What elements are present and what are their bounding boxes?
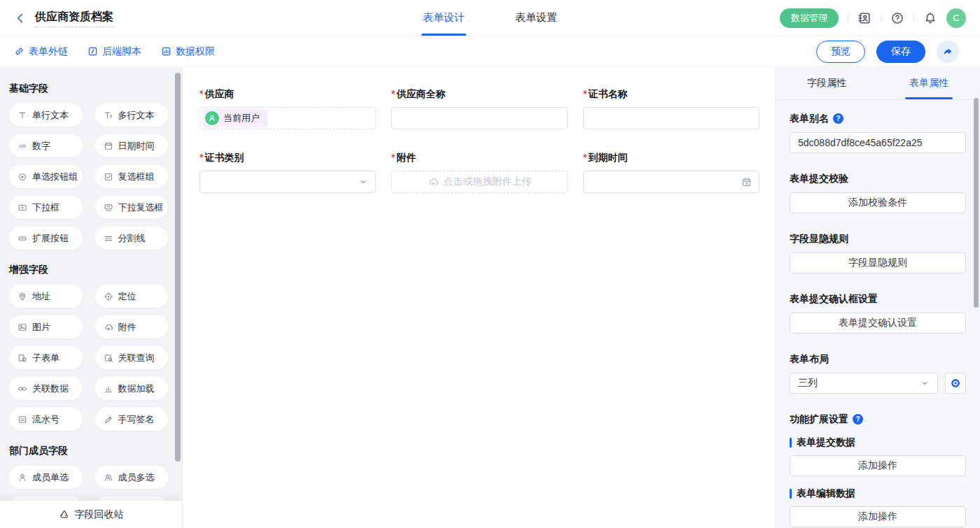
bell-icon[interactable] [923,11,937,25]
multi-text-icon [104,110,113,120]
field-type-pill[interactable]: 定位 [95,285,169,308]
field-type-pill[interactable]: 123数字 [9,134,83,157]
field-type-pill[interactable]: 单选按钮组 [9,165,83,188]
field-type-pill-label: 分割线 [118,232,146,245]
field-type-pill[interactable]: 下拉复选框 [95,196,169,219]
field-type-pill-label: 地址 [32,290,50,303]
canvas-form-field[interactable]: *证书类别 [200,152,376,193]
sidebar-section: 增强字段地址定位图片附件子表单关联查询关联数据数据加载流水号手写签名 [9,264,168,431]
panel-section-title: 表单提交校验 [790,173,966,185]
field-type-pill[interactable]: 关联数据 [9,377,83,400]
panel-tabs: 字段属性 表单属性 [776,67,980,100]
panel-action-button[interactable]: 字段显隐规则 [790,252,966,273]
avatar[interactable]: C [946,8,966,28]
panel-section: 字段显隐规则字段显隐规则 [790,233,966,273]
tab-form-properties[interactable]: 表单属性 [878,67,980,99]
field-type-pill-label: 流水号 [32,413,59,426]
save-button[interactable]: 保存 [876,41,925,63]
field-type-pill-label: 多行文本 [118,109,155,122]
sidebar-section-title: 部门成员字段 [9,445,168,457]
field-type-pill[interactable]: 日期时间 [95,134,169,157]
divider [881,13,881,23]
sub-toolbar: 表单外链 后端脚本 数据权限 预览 保存 [0,36,980,67]
panel-scrollbar[interactable] [974,98,979,308]
help-circle-icon[interactable]: ? [853,414,863,424]
canvas-form-field[interactable]: *附件点击或拖拽附件上传 [391,152,568,193]
field-type-pill[interactable]: 流水号 [9,408,83,431]
field-type-pill[interactable]: 多行文本 [95,104,169,127]
layout-gear-button[interactable] [945,373,966,394]
field-recycle-bin-button[interactable]: 字段回收站 [0,501,182,528]
relation-query-icon [104,353,113,363]
form-alias-input[interactable]: 5dc088d7df8ce45a65f22a25 [790,132,966,153]
calendar-icon [741,177,752,187]
divider [848,13,848,23]
help-circle-icon[interactable]: ? [833,113,844,124]
sidebar-scrollbar[interactable] [175,73,181,462]
panel-section-title: 表单别名? [790,113,966,124]
canvas-form-field[interactable]: *证书名称 [583,88,760,129]
select-field[interactable] [200,171,376,193]
field-type-pill[interactable]: 图片 [9,315,83,338]
attachment-icon [104,322,113,332]
form-external-link-button[interactable]: 表单外链 [14,45,68,58]
data-permission-button[interactable]: 数据权限 [161,45,215,58]
field-type-pill[interactable]: 分割线 [95,227,169,250]
field-type-pill[interactable]: 下拉框 [9,196,83,219]
field-type-pill[interactable]: 单行文本 [9,104,83,127]
relation-data-icon [18,384,27,394]
backend-script-button[interactable]: 后端脚本 [88,45,141,58]
add-operation-button[interactable]: 添加操作 [790,455,966,476]
field-type-pill[interactable]: 手写签名 [95,408,169,431]
page-title[interactable]: 供应商资质档案 [34,9,115,27]
panel-section-title: 表单布局 [790,353,966,365]
date-field[interactable] [583,171,760,193]
form-layout-value: 三列 [798,377,818,390]
text-input-field[interactable] [583,107,760,129]
data-manage-button[interactable]: 数据管理 [780,8,839,28]
header-tabs: 表单设计 表单设置 [423,0,557,36]
sidebar-section: 基础字段单行文本多行文本123数字日期时间单选按钮组复选框组下拉框下拉复选框扩展… [9,83,168,250]
field-type-pill-label: 下拉框 [32,201,59,214]
tab-form-settings[interactable]: 表单设置 [515,0,557,36]
field-type-pill[interactable]: 关联查询 [95,346,169,369]
supplier-field-box[interactable]: 当前用户 [200,107,376,129]
accent-bar [790,489,792,499]
tab-form-design[interactable]: 表单设计 [423,0,465,36]
chevron-down-icon [358,177,368,187]
field-type-pill-label: 单选按钮组 [32,171,78,183]
attachment-upload-area[interactable]: 点击或拖拽附件上传 [391,171,568,193]
canvas-form-field[interactable]: *供应商当前用户 [200,88,376,129]
canvas-form-field[interactable]: *供应商全称 [391,88,568,129]
form-design-canvas: *供应商当前用户*供应商全称*证书名称*证书类别*附件点击或拖拽附件上传*到期时… [183,67,775,528]
contacts-icon[interactable] [858,11,872,25]
field-type-pill[interactable]: 成员多选 [95,466,169,489]
canvas-form-field[interactable]: *到期时间 [583,152,760,193]
panel-action-button[interactable]: 表单提交确认设置 [790,313,966,334]
sidebar-section-title: 增强字段 [9,264,168,276]
current-user-tag[interactable]: 当前用户 [203,109,267,127]
required-asterisk: * [391,88,395,100]
back-icon[interactable] [14,12,27,24]
field-type-pill[interactable]: 复选框组 [95,165,169,188]
add-operation-button[interactable]: 添加操作 [790,506,966,527]
field-type-pill[interactable]: 附件 [95,315,169,338]
panel-section: 表单布局三列 [790,353,966,394]
panel-action-button[interactable]: 添加校验条件 [790,192,966,213]
field-label: *供应商全称 [391,88,568,100]
required-asterisk: * [200,88,203,100]
field-type-pill[interactable]: 地址 [9,285,83,308]
properties-panel: 字段属性 表单属性 表单别名?5dc088d7df8ce45a65f22a25表… [775,67,980,528]
form-layout-select[interactable]: 三列 [790,373,938,394]
field-type-pill[interactable]: 子表单 [9,346,83,369]
field-type-pill-label: 复选框组 [118,171,155,183]
field-type-pill[interactable]: 成员单选 [9,466,83,489]
preview-button[interactable]: 预览 [816,41,865,63]
tab-field-properties[interactable]: 字段属性 [776,67,878,99]
text-input-field[interactable] [391,107,568,129]
help-icon[interactable] [890,11,904,25]
field-type-pill[interactable]: 扩展按钮 [9,227,83,250]
member-single-icon [18,473,27,483]
share-button[interactable] [937,41,959,63]
field-type-pill[interactable]: 数据加载 [95,377,169,400]
